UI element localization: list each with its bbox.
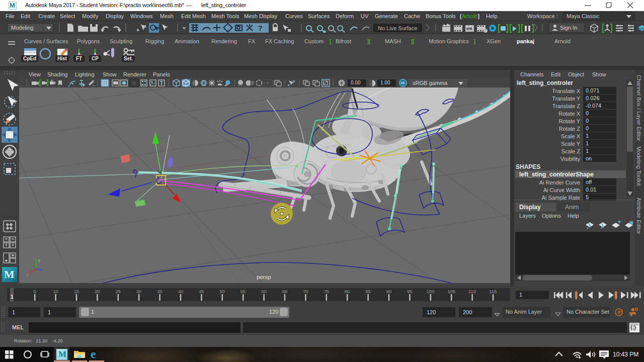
svg-text:60: 60 bbox=[261, 289, 267, 294]
svg-text:15: 15 bbox=[74, 289, 79, 294]
svg-text:x: x bbox=[26, 273, 28, 278]
svg-text:45: 45 bbox=[199, 289, 204, 294]
svg-text:120: 120 bbox=[510, 289, 510, 294]
svg-text:105: 105 bbox=[447, 289, 455, 294]
svg-text:100: 100 bbox=[427, 289, 435, 294]
svg-text:55: 55 bbox=[240, 289, 246, 294]
svg-text:IPR: IPR bbox=[466, 27, 472, 31]
svg-text:20: 20 bbox=[95, 289, 100, 294]
svg-text:5: 5 bbox=[33, 289, 36, 294]
svg-text:?: ? bbox=[258, 24, 263, 32]
svg-text:85: 85 bbox=[365, 289, 371, 294]
svg-text:95: 95 bbox=[407, 289, 413, 294]
svg-text:35: 35 bbox=[157, 289, 163, 294]
svg-text:90: 90 bbox=[386, 289, 392, 294]
svg-text:65: 65 bbox=[282, 289, 288, 294]
svg-text:115: 115 bbox=[489, 289, 497, 294]
svg-text:50: 50 bbox=[219, 289, 225, 294]
svg-text:110: 110 bbox=[468, 289, 476, 294]
svg-text:75: 75 bbox=[324, 289, 329, 294]
svg-text:30: 30 bbox=[136, 289, 142, 294]
svg-text:T: T bbox=[160, 80, 163, 86]
svg-text:y: y bbox=[38, 258, 40, 262]
svg-text:80: 80 bbox=[345, 289, 350, 294]
svg-text:persp: persp bbox=[257, 274, 271, 280]
svg-text:10: 10 bbox=[53, 289, 58, 294]
svg-text:40: 40 bbox=[178, 289, 184, 294]
svg-text:70: 70 bbox=[303, 289, 308, 294]
svg-text:25: 25 bbox=[115, 289, 121, 294]
